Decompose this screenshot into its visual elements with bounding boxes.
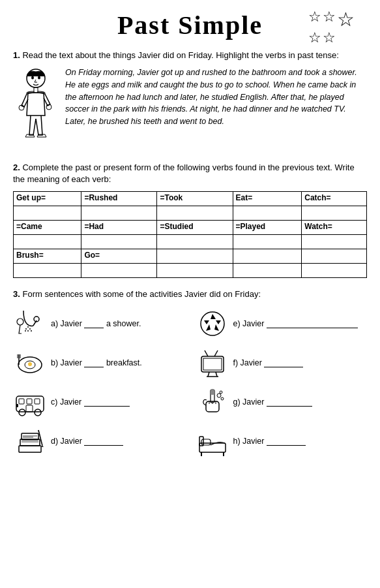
cell-empty-2 — [233, 249, 302, 263]
cell-took-label: =Took — [157, 191, 233, 206]
svg-marker-19 — [204, 320, 209, 324]
svg-rect-26 — [201, 356, 224, 372]
svg-rect-59 — [201, 439, 211, 445]
sentence-f-blank2[interactable] — [284, 358, 303, 367]
svg-line-31 — [216, 372, 217, 377]
answer-watch[interactable] — [302, 234, 367, 249]
cell-eat-label: Eat= — [233, 191, 302, 206]
bus-icon — [13, 385, 47, 419]
svg-point-9 — [25, 328, 27, 330]
sentence-f-prefix: f) Javier — [233, 358, 265, 367]
svg-marker-17 — [214, 324, 219, 331]
sentence-c-text: c) Javier — [51, 397, 185, 407]
sentence-h: h) Javier — [196, 424, 368, 458]
section3-instruction: Form sentences with some of the activiti… — [22, 289, 261, 299]
section-2: 2. Complete the past or present form of … — [13, 162, 367, 277]
section-3: 3. Form sentences with some of the activ… — [13, 288, 367, 458]
svg-line-30 — [208, 372, 209, 377]
section2-instruction: Complete the past or present form of the… — [13, 162, 355, 184]
sentence-f-blank1[interactable] — [264, 358, 284, 367]
answer-rushed[interactable] — [81, 206, 157, 220]
stars-decoration: ☆ ☆ ☆ ☆ ☆ — [308, 10, 360, 45]
books-icon — [13, 424, 47, 458]
star-5: ☆ — [323, 31, 336, 45]
section-1: 1. Read the text about the things Javier… — [13, 50, 367, 151]
verb-row-2-answers — [14, 234, 367, 249]
svg-marker-16 — [216, 320, 221, 324]
svg-rect-50 — [19, 446, 41, 452]
verb-row-3-labels: Brush= Go= — [14, 249, 367, 263]
sentence-c: c) Javier — [13, 385, 185, 419]
sentence-a-suffix: a shower. — [104, 319, 141, 328]
sentence-e-prefix: e) Javier — [233, 319, 267, 328]
verb-table: Get up= =Rushed =Took Eat= Catch= =Came … — [13, 191, 367, 278]
reading-text: On Friday morning, Javier got up and rus… — [65, 67, 367, 128]
answer-studied[interactable] — [157, 234, 233, 249]
verb-row-1-labels: Get up= =Rushed =Took Eat= Catch= — [14, 191, 367, 206]
svg-line-29 — [214, 350, 218, 356]
answer-go[interactable] — [81, 263, 157, 277]
cell-watch-label: Watch= — [302, 220, 367, 234]
answer-took[interactable] — [157, 206, 233, 220]
section3-header: 3. Form sentences with some of the activ… — [13, 288, 367, 300]
sentence-e-text: e) Javier — [233, 319, 368, 328]
answer-eat[interactable] — [233, 206, 302, 220]
cell-studied-label: =Studied — [157, 220, 233, 234]
sentence-e-blank2[interactable] — [312, 319, 358, 328]
svg-rect-27 — [203, 358, 222, 370]
answer-brush[interactable] — [14, 263, 81, 277]
sentence-g-prefix: g) Javier — [233, 397, 267, 407]
sentence-h-blank2[interactable] — [286, 437, 306, 446]
answer-empty-6 — [302, 263, 367, 277]
sentence-d-blank1[interactable] — [84, 437, 104, 446]
svg-rect-46 — [211, 390, 214, 395]
svg-rect-40 — [16, 404, 18, 407]
svg-point-1 — [31, 76, 34, 80]
svg-rect-35 — [27, 399, 32, 404]
sentence-h-prefix: h) Javier — [233, 437, 267, 446]
svg-point-38 — [19, 409, 25, 416]
sentence-g-blank[interactable] — [267, 397, 312, 407]
sentence-g: g) Javier — [196, 385, 368, 419]
verb-row-3-answers — [14, 263, 367, 277]
svg-point-47 — [217, 394, 221, 397]
sentence-d-blank2[interactable] — [104, 437, 123, 446]
svg-rect-36 — [35, 399, 40, 404]
soccer-icon — [196, 307, 229, 341]
shower-icon — [13, 307, 47, 341]
cell-rushed-label: =Rushed — [81, 191, 157, 206]
cell-had-label: =Had — [81, 220, 157, 234]
character-image — [13, 67, 59, 151]
sentence-g-text: g) Javier — [233, 397, 368, 407]
sentence-h-text: h) Javier — [233, 437, 368, 446]
cell-empty-1 — [157, 249, 233, 263]
svg-point-48 — [221, 397, 224, 400]
cell-go-label: Go= — [81, 249, 157, 263]
answer-getup[interactable] — [14, 206, 81, 220]
sentence-a-text: a) Javier a shower. — [51, 319, 185, 328]
toothbrush-icon — [196, 385, 229, 419]
answer-empty-4 — [157, 263, 233, 277]
sentence-b-prefix: b) Javier — [51, 358, 84, 367]
sentence-e-blank1[interactable] — [267, 319, 312, 328]
sentence-a-blank[interactable] — [84, 319, 104, 328]
svg-marker-18 — [206, 324, 211, 331]
answer-had[interactable] — [81, 234, 157, 249]
answer-played[interactable] — [233, 234, 302, 249]
answer-catch[interactable] — [302, 206, 367, 220]
section2-number: 2. — [13, 162, 20, 172]
section1-instruction: Read the text about the things Javier di… — [22, 50, 338, 60]
answer-came[interactable] — [14, 234, 81, 249]
sentence-b-blank[interactable] — [84, 358, 104, 367]
sentence-h-blank1[interactable] — [267, 437, 286, 446]
tv-icon — [196, 346, 229, 380]
sentence-f: f) Javier — [196, 346, 368, 380]
star-2: ☆ — [323, 10, 336, 29]
svg-marker-15 — [211, 314, 216, 319]
cell-played-label: =Played — [233, 220, 302, 234]
svg-rect-37 — [26, 405, 33, 412]
title-area: ☆ ☆ ☆ ☆ ☆ Past Simple — [13, 10, 367, 40]
sentence-c-blank[interactable] — [84, 397, 130, 407]
sentence-b: b) Javier breakfast. — [13, 346, 185, 380]
sentence-a: a) Javier a shower. — [13, 307, 185, 341]
